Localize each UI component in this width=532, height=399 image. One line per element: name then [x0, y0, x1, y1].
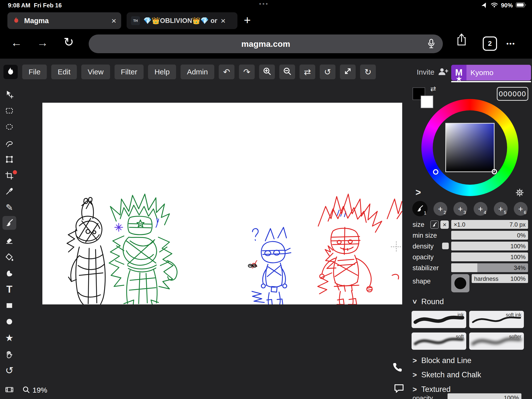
section-sketch-and-chalk[interactable]: > Sketch and Chalk [413, 370, 481, 379]
brush-slot-1[interactable]: 1 [412, 201, 428, 216]
text-tool-button[interactable]: T [2, 283, 16, 296]
browser-more-button[interactable]: ••• [506, 40, 515, 48]
canvas[interactable] [42, 103, 402, 304]
zoom-in-icon [263, 67, 271, 77]
min-size-slider[interactable]: 0% [451, 231, 528, 240]
undo-button[interactable]: ↶ [219, 65, 234, 79]
tab-oblivion[interactable]: TH 💎👑OBLIVION👑💎 on × [127, 12, 237, 29]
menu-file[interactable]: File [22, 65, 47, 79]
size-value: 7.0 px [510, 221, 526, 228]
section-block-and-line[interactable]: > Block and Line [413, 356, 471, 365]
forward-button[interactable]: → [37, 37, 48, 48]
redo-button[interactable]: ↷ [239, 65, 255, 79]
marquee-select-button[interactable] [2, 104, 16, 117]
mic-icon[interactable] [428, 39, 435, 50]
background-color-swatch[interactable] [421, 96, 433, 108]
chat-icon[interactable] [394, 383, 404, 395]
reset-icon: ↻ [365, 68, 372, 76]
opacity-label: opacity [413, 253, 434, 261]
section-textured[interactable]: > Textured [413, 385, 450, 394]
bottom-opacity-slider[interactable]: 100% [448, 393, 521, 399]
smudge-tool-button[interactable] [2, 266, 16, 279]
rotate-ccw-button[interactable]: ↺ [320, 65, 335, 79]
new-tab-button[interactable]: + [244, 13, 251, 27]
stabilizer-slider[interactable]: 34% [451, 263, 528, 272]
preset-soft-ink[interactable]: soft ink [469, 311, 524, 328]
ellipse-select-button[interactable] [2, 120, 16, 133]
move-tool-button[interactable] [2, 88, 16, 101]
brush-slot-4[interactable]: + 4 [474, 202, 487, 216]
user-chip[interactable]: M Kyomo [451, 65, 531, 81]
slot-number: 6 [524, 210, 526, 215]
eraser-tool-button[interactable] [2, 234, 16, 247]
tab-close-icon[interactable]: × [221, 16, 226, 26]
brush-slot-2[interactable]: + 2 [433, 202, 447, 216]
fit-screen-button[interactable] [340, 65, 356, 79]
ellipse-shape-button[interactable] [2, 315, 16, 328]
tab-count-button[interactable]: 2 [483, 36, 497, 51]
menu-view[interactable]: View [81, 65, 110, 79]
reset-view-button[interactable]: ↻ [360, 65, 376, 79]
tab-title: 💎👑OBLIVION👑💎 on [143, 17, 217, 25]
star-shape-button[interactable]: ★ [2, 332, 16, 344]
pencil-tool-button[interactable]: ✎ [2, 201, 16, 214]
hand-tool-button[interactable] [2, 348, 16, 361]
menu-admin[interactable]: Admin [181, 65, 214, 79]
magma-logo[interactable] [3, 65, 18, 79]
rect-shape-button[interactable] [2, 299, 16, 312]
gear-icon[interactable] [515, 188, 524, 198]
swap-colors-icon[interactable]: ⇄ [430, 85, 436, 92]
stabilizer-label: stabilizer [413, 264, 439, 272]
voice-call-icon[interactable] [392, 362, 404, 374]
tab-magma[interactable]: Magma × [7, 12, 121, 29]
reload-button[interactable]: ↻ [64, 36, 74, 48]
opacity-slider[interactable]: 100% [451, 252, 528, 261]
density-checkbox[interactable] [442, 243, 449, 249]
size-clear-button[interactable]: × [440, 220, 449, 229]
invite-button[interactable]: Invite [417, 68, 434, 76]
hardness-slider[interactable]: hardness 100% [472, 274, 528, 283]
user-name: Kyomo [466, 65, 531, 81]
preset-ink[interactable]: ink [412, 311, 466, 328]
lasso-tool-button[interactable] [2, 137, 16, 150]
history-tool-button[interactable]: ↺ [2, 364, 16, 377]
tab-close-icon[interactable]: × [111, 16, 116, 26]
zoom-in-button[interactable] [259, 65, 275, 79]
flip-canvas-button[interactable]: ⇄ [299, 65, 315, 79]
crop-tool-button[interactable] [2, 169, 16, 182]
menu-edit[interactable]: Edit [51, 65, 77, 79]
sv-handle[interactable] [492, 169, 497, 174]
canvas-cursor-crosshair [391, 241, 402, 252]
menu-filter[interactable]: Filter [115, 65, 144, 79]
zoom-out-button[interactable] [279, 65, 295, 79]
url-bar[interactable]: magma.com [89, 34, 443, 53]
color-wheel[interactable] [421, 99, 518, 196]
density-slider[interactable]: 100% [451, 242, 528, 250]
grabber-dots[interactable]: ••• [259, 0, 269, 7]
section-round[interactable]: > Round [413, 297, 444, 306]
canvas-zoom-indicator[interactable]: 19% [22, 386, 47, 395]
share-icon[interactable] [456, 33, 467, 47]
preset-soft[interactable]: soft [412, 332, 466, 350]
shape-preview[interactable] [451, 274, 469, 292]
timeline-button[interactable] [2, 383, 16, 396]
size-slider[interactable]: ×1.0 7.0 px [451, 220, 528, 229]
fill-tool-button[interactable] [2, 251, 16, 264]
transform-tool-button[interactable] [2, 153, 16, 166]
preset-softer[interactable]: softer [469, 332, 524, 350]
saturation-value-square[interactable] [445, 123, 495, 172]
hue-handle[interactable] [433, 169, 438, 175]
plus-icon: + [458, 204, 463, 214]
collapse-panel-chevron[interactable]: > [416, 187, 421, 198]
brush-slot-5[interactable]: + 5 [494, 202, 508, 216]
hex-color-field[interactable]: 000000 [497, 87, 528, 101]
menu-help[interactable]: Help [148, 65, 176, 79]
brush-slot-3[interactable]: + 3 [453, 202, 467, 216]
zoom-percent: 19% [33, 386, 47, 394]
back-button[interactable]: ← [11, 37, 22, 48]
brush-tool-button[interactable] [2, 216, 16, 230]
brush-slot-6[interactable]: + 6 [514, 202, 528, 216]
size-brush-toggle[interactable] [430, 220, 439, 229]
add-person-icon[interactable] [437, 67, 449, 77]
eyedropper-tool-button[interactable] [2, 185, 16, 198]
